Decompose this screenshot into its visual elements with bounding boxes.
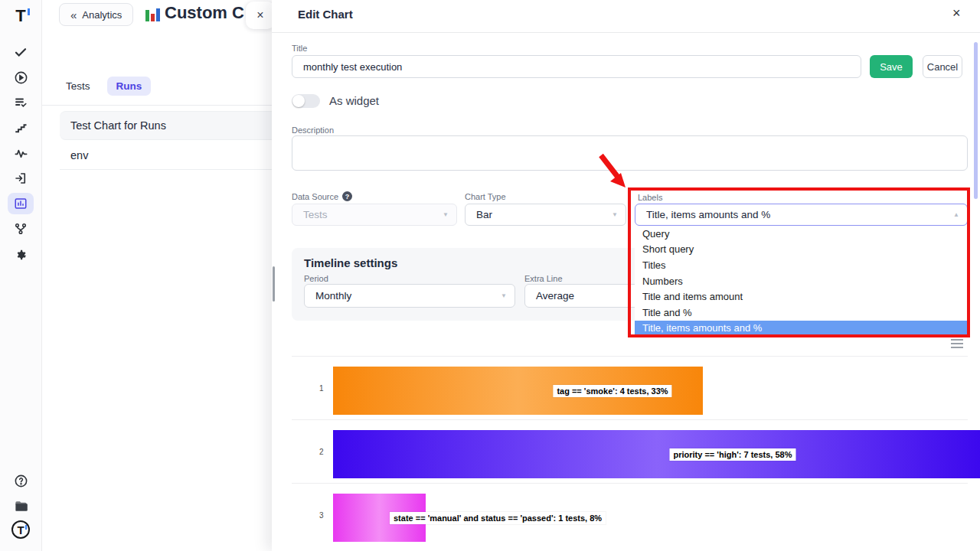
- play-circle-icon[interactable]: [8, 67, 34, 88]
- cancel-button[interactable]: Cancel: [923, 55, 962, 78]
- bar-1-label: tag == 'smoke': 4 tests, 33%: [553, 385, 671, 397]
- help-icon[interactable]: [8, 470, 34, 491]
- back-to-analytics-button[interactable]: « Analytics: [59, 3, 133, 26]
- data-source-value: Tests: [303, 209, 328, 220]
- panel-title: Edit Chart: [298, 8, 353, 21]
- analytics-chart-icon[interactable]: [8, 193, 34, 214]
- dropdown-option-title-items-amount[interactable]: Title and items amount: [635, 289, 968, 305]
- title-field-label: Title: [292, 44, 307, 53]
- app-window: T: [0, 0, 980, 551]
- charts-list-panel: « Analytics Custom C × Tests Runs Test C…: [42, 0, 272, 551]
- chart-row: 1 tag == 'smoke': 4 tests, 33%: [292, 356, 968, 419]
- labels-field-label: Labels: [638, 193, 662, 202]
- help-circle-icon[interactable]: ?: [342, 191, 352, 201]
- timeline-settings-heading: Timeline settings: [304, 256, 397, 269]
- dropdown-option-title-and-pct[interactable]: Title and %: [635, 305, 968, 321]
- period-label: Period: [304, 274, 328, 283]
- edit-chart-panel: Edit Chart × Title Save Cancel As widget…: [272, 0, 980, 551]
- save-button[interactable]: Save: [870, 55, 913, 78]
- chart-row: 2 priority == 'high': 7 tests, 58%: [292, 419, 968, 483]
- chart-row: 3 state == 'manual' and status == 'passe…: [292, 483, 968, 546]
- dropdown-option-short-query[interactable]: Short query: [635, 242, 968, 258]
- divider: [272, 32, 980, 33]
- list-item-env[interactable]: env: [60, 141, 272, 170]
- list-item-label: Test Chart for Runs: [70, 119, 166, 132]
- list-check-icon[interactable]: [8, 92, 34, 113]
- chart-type-label: Chart Type: [465, 192, 506, 201]
- app-logo-icon[interactable]: T: [8, 5, 34, 27]
- chevron-down-icon: ▼: [443, 211, 449, 218]
- list-tabs: Tests Runs: [66, 77, 151, 96]
- description-textarea[interactable]: [292, 135, 968, 171]
- tab-runs[interactable]: Runs: [107, 77, 152, 96]
- close-panel-icon[interactable]: ×: [952, 5, 961, 21]
- panel-scrollbar-thumb[interactable]: [273, 266, 275, 302]
- list-item-label: env: [70, 149, 88, 161]
- gear-icon[interactable]: [8, 243, 34, 265]
- bar-chart-icon: [145, 7, 162, 24]
- folder-icon[interactable]: [8, 495, 34, 517]
- toggle-knob: [292, 95, 305, 107]
- row-number: 3: [319, 511, 324, 520]
- chevrons-left-icon: «: [70, 8, 77, 21]
- as-widget-toggle[interactable]: [292, 94, 320, 108]
- pulse-icon[interactable]: [8, 142, 34, 164]
- chart-type-value: Bar: [476, 209, 492, 220]
- dropdown-option-titles[interactable]: Titles: [635, 257, 968, 273]
- branch-icon[interactable]: [8, 218, 34, 240]
- labels-select[interactable]: Title, items amounts and % ▲: [635, 204, 968, 226]
- dropdown-option-numbers[interactable]: Numbers: [635, 273, 968, 289]
- row-number: 2: [319, 448, 324, 456]
- title-input[interactable]: [292, 55, 861, 78]
- labels-select-value: Title, items amounts and %: [646, 209, 770, 220]
- steps-icon[interactable]: [8, 117, 34, 139]
- tab-tests[interactable]: Tests: [66, 80, 90, 92]
- dropdown-option-title-items-amounts-pct[interactable]: Title, items amounts and %: [635, 321, 968, 337]
- chevron-down-icon: ▼: [501, 292, 507, 299]
- divider: [42, 105, 272, 106]
- extra-line-value: Average: [536, 290, 574, 302]
- close-icon: ×: [256, 8, 263, 22]
- chevron-down-icon: ▼: [612, 211, 618, 218]
- description-field-label: Description: [292, 126, 334, 135]
- import-icon[interactable]: [8, 168, 34, 189]
- profile-logo-icon[interactable]: T: [8, 519, 34, 540]
- panel-scrollbar-thumb[interactable]: [974, 42, 978, 199]
- sidebar: T: [0, 0, 42, 551]
- list-item-test-chart-for-runs[interactable]: Test Chart for Runs: [60, 111, 272, 140]
- as-widget-label: As widget: [329, 94, 379, 107]
- chart-menu-icon[interactable]: [951, 339, 963, 348]
- dropdown-option-query[interactable]: Query: [635, 226, 968, 242]
- chart-type-select[interactable]: Bar ▼: [465, 204, 626, 226]
- labels-dropdown-list: Query Short query Titles Numbers Title a…: [635, 226, 968, 337]
- close-tab-button[interactable]: ×: [246, 2, 275, 29]
- row-number: 1: [319, 384, 324, 393]
- bar-2-label: priority == 'high': 7 tests, 58%: [670, 448, 796, 461]
- data-source-label: Data Source: [292, 192, 338, 201]
- check-icon[interactable]: [8, 41, 34, 63]
- bar-2[interactable]: [333, 430, 980, 478]
- back-button-label: Analytics: [82, 9, 122, 21]
- chevron-up-icon: ▲: [953, 211, 959, 218]
- extra-line-label: Extra Line: [524, 274, 563, 283]
- period-value: Monthly: [315, 290, 351, 302]
- period-select[interactable]: Monthly ▼: [304, 284, 515, 308]
- bar-3-label: state == 'manual' and status == 'passed'…: [390, 512, 606, 524]
- data-source-select[interactable]: Tests ▼: [292, 204, 457, 226]
